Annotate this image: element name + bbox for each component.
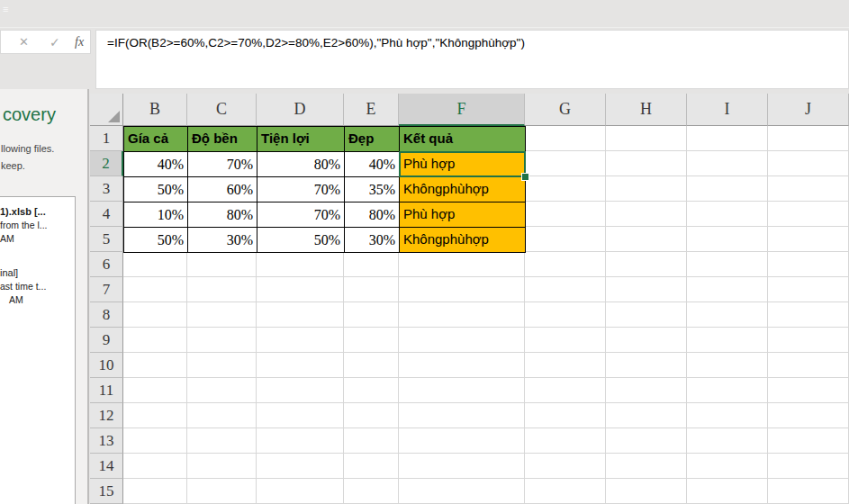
cell-H8[interactable]	[606, 302, 687, 328]
table-cell-C2[interactable]: 70%	[187, 151, 257, 177]
cell-I11[interactable]	[687, 378, 768, 403]
column-header-G[interactable]: G	[525, 94, 606, 126]
cell-D12[interactable]	[257, 403, 344, 428]
column-header-I[interactable]: I	[687, 94, 768, 126]
cell-D14[interactable]	[257, 454, 344, 479]
select-all-corner[interactable]	[90, 94, 123, 126]
cell-G9[interactable]	[525, 328, 606, 353]
row-header-7[interactable]: 7	[90, 277, 123, 302]
cell-E7[interactable]	[344, 277, 399, 302]
cell-D10[interactable]	[257, 353, 344, 378]
cell-I7[interactable]	[687, 277, 768, 302]
cell-I6[interactable]	[687, 252, 768, 277]
cell-I5[interactable]	[687, 227, 768, 252]
cell-J6[interactable]	[768, 252, 849, 277]
table-cell-E5[interactable]: 30%	[344, 227, 400, 253]
cell-F14[interactable]	[399, 454, 525, 479]
cell-G6[interactable]	[525, 252, 606, 277]
cell-H7[interactable]	[606, 277, 687, 302]
cell-G4[interactable]	[525, 202, 606, 227]
cell-J7[interactable]	[768, 277, 849, 302]
table-cell-B3[interactable]: 50%	[123, 176, 188, 202]
cell-J13[interactable]	[768, 428, 849, 454]
cell-D6[interactable]	[257, 252, 344, 277]
cell-G7[interactable]	[525, 277, 606, 302]
column-header-D[interactable]: D	[257, 94, 344, 126]
column-header-C[interactable]: C	[187, 94, 257, 126]
cell-H10[interactable]	[606, 353, 687, 378]
table-header-cell-D1[interactable]: Tiện lợi	[257, 126, 345, 152]
cell-E14[interactable]	[344, 454, 399, 479]
row-header-11[interactable]: 11	[90, 378, 123, 403]
row-header-4[interactable]: 4	[90, 202, 123, 227]
cell-C9[interactable]	[187, 328, 257, 353]
cell-H1[interactable]	[606, 126, 687, 151]
cell-B12[interactable]	[123, 403, 187, 428]
cell-C13[interactable]	[187, 428, 257, 454]
cell-G12[interactable]	[525, 403, 606, 428]
cell-B10[interactable]	[123, 353, 187, 378]
cell-I4[interactable]	[687, 202, 768, 227]
table-header-cell-F1[interactable]: Kết quả	[399, 126, 526, 152]
row-header-15[interactable]: 15	[90, 479, 123, 504]
cell-D8[interactable]	[257, 302, 344, 328]
cell-C7[interactable]	[187, 277, 257, 302]
cell-J9[interactable]	[768, 328, 849, 353]
cell-J5[interactable]	[768, 227, 849, 252]
row-header-12[interactable]: 12	[90, 403, 123, 428]
cell-I8[interactable]	[687, 302, 768, 328]
ribbon-collapse-icon[interactable]: ≡	[3, 4, 8, 14]
column-header-F[interactable]: F	[399, 94, 525, 126]
table-cell-C4[interactable]: 80%	[187, 202, 257, 228]
table-cell-F5[interactable]: Khôngphùhợp	[399, 227, 526, 253]
recovered-file-item[interactable]: 1).xlsb [... from the l... AM	[0, 205, 72, 246]
cell-B6[interactable]	[123, 252, 187, 277]
cell-B7[interactable]	[123, 277, 187, 302]
cell-J15[interactable]	[768, 479, 849, 504]
cell-I12[interactable]	[687, 403, 768, 428]
row-header-14[interactable]: 14	[90, 454, 123, 479]
cell-E15[interactable]	[344, 479, 399, 504]
cell-D9[interactable]	[257, 328, 344, 353]
cell-B15[interactable]	[123, 479, 187, 504]
table-cell-D5[interactable]: 50%	[257, 227, 345, 253]
enter-icon[interactable]: ✓	[50, 35, 60, 50]
cell-B9[interactable]	[123, 328, 187, 353]
cell-H5[interactable]	[606, 227, 687, 252]
table-header-cell-C1[interactable]: Độ bền	[187, 126, 257, 152]
cell-D7[interactable]	[257, 277, 344, 302]
cell-H13[interactable]	[606, 428, 687, 454]
column-header-J[interactable]: J	[768, 94, 849, 126]
insert-function-icon[interactable]: fx	[75, 35, 84, 50]
cell-H15[interactable]	[606, 479, 687, 504]
cell-J1[interactable]	[768, 126, 849, 151]
row-header-5[interactable]: 5	[90, 227, 123, 252]
table-cell-F2[interactable]: Phù hợp	[399, 151, 526, 177]
cell-F13[interactable]	[399, 428, 525, 454]
recovered-file-item[interactable]: inal] ast time t... AM	[0, 266, 72, 307]
cell-J2[interactable]	[768, 151, 849, 176]
cell-G2[interactable]	[525, 151, 606, 176]
cell-I1[interactable]	[687, 126, 768, 151]
cell-D15[interactable]	[257, 479, 344, 504]
cell-E8[interactable]	[344, 302, 399, 328]
table-cell-D4[interactable]: 70%	[257, 202, 345, 228]
cell-H6[interactable]	[606, 252, 687, 277]
cell-F8[interactable]	[399, 302, 525, 328]
cell-B13[interactable]	[123, 428, 187, 454]
cell-E11[interactable]	[344, 378, 399, 403]
table-cell-B2[interactable]: 40%	[123, 151, 188, 177]
column-header-E[interactable]: E	[344, 94, 399, 126]
cell-B11[interactable]	[123, 378, 187, 403]
cell-C8[interactable]	[187, 302, 257, 328]
cell-B14[interactable]	[123, 454, 187, 479]
cell-G13[interactable]	[525, 428, 606, 454]
row-header-13[interactable]: 13	[90, 428, 123, 454]
column-header-H[interactable]: H	[606, 94, 687, 126]
cell-H11[interactable]	[606, 378, 687, 403]
cell-C15[interactable]	[187, 479, 257, 504]
cell-D13[interactable]	[257, 428, 344, 454]
row-header-10[interactable]: 10	[90, 353, 123, 378]
cell-J12[interactable]	[768, 403, 849, 428]
cell-J11[interactable]	[768, 378, 849, 403]
